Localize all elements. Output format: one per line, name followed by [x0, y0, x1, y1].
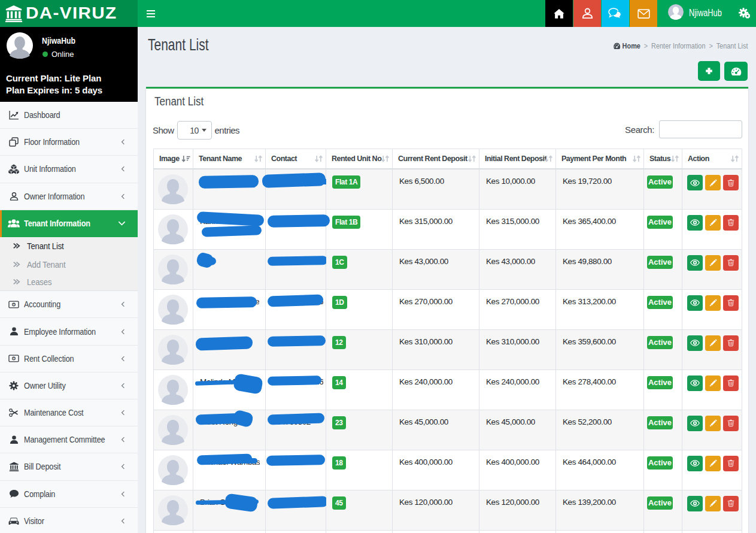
svg-text:1: 1: [13, 304, 14, 306]
svg-text:1: 1: [13, 358, 14, 360]
